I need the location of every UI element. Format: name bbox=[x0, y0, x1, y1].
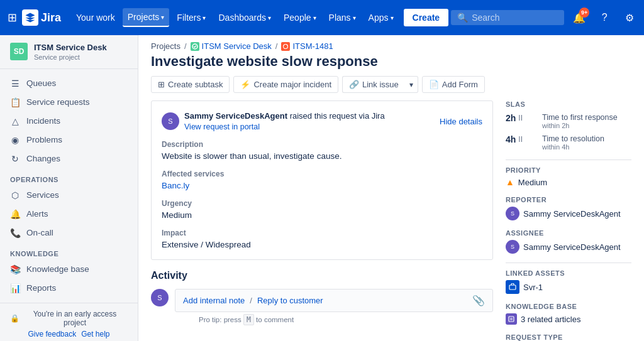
add-form-button[interactable]: 📄 Add Form bbox=[422, 76, 485, 93]
request-type-label: Request Type bbox=[506, 333, 631, 341]
grid-icon[interactable]: ⊞ bbox=[8, 11, 17, 24]
on-call-icon: 📞 bbox=[10, 228, 20, 238]
breadcrumb-itsm[interactable]: ITSM Service Desk bbox=[191, 41, 272, 51]
sidebar-label-reports: Reports bbox=[26, 283, 56, 293]
assignee-value[interactable]: S Sammy ServiceDeskAgent bbox=[506, 240, 631, 254]
assignee-label: Assignee bbox=[506, 229, 631, 237]
description-label: Description bbox=[162, 140, 482, 149]
nav-filters[interactable]: Filters ▾ bbox=[172, 9, 211, 26]
nav-dashboards[interactable]: Dashboards ▾ bbox=[213, 9, 276, 26]
reporter-value: S Sammy ServiceDeskAgent bbox=[506, 207, 631, 220]
hide-details-button[interactable]: Hide details bbox=[440, 117, 482, 126]
form-icon: 📄 bbox=[429, 80, 439, 89]
alerts-icon: 🔔 bbox=[10, 209, 20, 219]
sla-sub-first: within 2h bbox=[542, 122, 618, 129]
breadcrumb-issue[interactable]: ITSM-1481 bbox=[281, 41, 333, 51]
activity-title: Activity bbox=[151, 270, 493, 281]
current-user-avatar: S bbox=[151, 289, 169, 306]
sla-item-resolution: 4h II Time to resolution within 4h bbox=[506, 134, 631, 151]
search-icon: 🔍 bbox=[457, 13, 468, 23]
question-icon: ? bbox=[602, 12, 608, 23]
link-issue-button[interactable]: 🔗 Link issue bbox=[342, 76, 405, 93]
sla-item-first-response: 2h II Time to first response within 2h bbox=[506, 113, 631, 129]
search-input[interactable] bbox=[472, 13, 547, 23]
attach-icon[interactable]: 📎 bbox=[472, 295, 485, 306]
linked-assets-field: LINKED ASSETS Svr-1 bbox=[506, 269, 631, 294]
sla-label-resolution: Time to resolution bbox=[542, 134, 604, 143]
description-value: Website is slower than usual, investigat… bbox=[162, 151, 482, 161]
nav-apps[interactable]: Apps ▾ bbox=[364, 9, 399, 26]
priority-label: Priority bbox=[506, 166, 631, 174]
nav-plans[interactable]: Plans ▾ bbox=[324, 9, 361, 26]
sidebar-label-problems: Problems bbox=[26, 135, 62, 144]
search-box[interactable]: 🔍 bbox=[451, 10, 564, 25]
settings-button[interactable]: ⚙ bbox=[619, 8, 640, 28]
link-issue-dropdown[interactable]: ▾ bbox=[405, 76, 418, 93]
linked-assets-label: LINKED ASSETS bbox=[506, 269, 631, 277]
nav-people[interactable]: People ▾ bbox=[279, 9, 321, 26]
priority-value[interactable]: ▲ Medium bbox=[506, 177, 631, 187]
changes-icon: ↻ bbox=[10, 154, 20, 164]
sidebar-item-alerts[interactable]: 🔔 Alerts bbox=[0, 205, 138, 224]
notification-button[interactable]: 🔔 9+ bbox=[569, 8, 589, 28]
reporter-avatar: S bbox=[506, 207, 519, 220]
activity-input-area[interactable]: Add internal note / Reply to customer 📎 bbox=[175, 289, 493, 312]
nav-your-work[interactable]: Your work bbox=[71, 9, 120, 26]
svg-point-1 bbox=[284, 44, 288, 48]
sidebar-label-on-call: On-call bbox=[26, 228, 53, 237]
nav-projects[interactable]: Projects ▾ bbox=[123, 8, 170, 27]
sidebar-item-problems[interactable]: ◉ Problems bbox=[0, 131, 138, 149]
sidebar-item-queues[interactable]: ☰ Queues bbox=[0, 74, 138, 93]
sidebar-footer: 🔒 You're in an early access project Give… bbox=[0, 303, 138, 341]
sidebar-label-incidents: Incidents bbox=[26, 116, 60, 126]
sidebar-footer-text: 🔒 You're in an early access project bbox=[10, 310, 128, 327]
sidebar-item-services[interactable]: ⬡ Services bbox=[0, 186, 138, 205]
create-subtask-button[interactable]: ⊞ Create subtask bbox=[151, 76, 230, 93]
urgency-label: Urgency bbox=[162, 199, 482, 208]
knowledge-section-label: KNOWLEDGE bbox=[0, 242, 138, 260]
knowledge-base-field: Knowledge base 3 related articles bbox=[506, 303, 631, 325]
main-content: Projects / ITSM Service Desk / ITSM-1481… bbox=[138, 35, 644, 341]
sla-pause-first: II bbox=[518, 114, 523, 122]
breadcrumb-projects[interactable]: Projects bbox=[151, 41, 180, 51]
issue-title: Investigate website slow response bbox=[138, 53, 644, 76]
sla-label-first: Time to first response bbox=[542, 113, 618, 122]
reply-link[interactable]: Reply to customer bbox=[257, 296, 323, 305]
sidebar-item-reports[interactable]: 📊 Reports bbox=[0, 279, 138, 298]
create-button[interactable]: Create bbox=[404, 9, 449, 26]
give-feedback-link[interactable]: Give feedback bbox=[28, 330, 76, 338]
create-incident-button[interactable]: ⚡ Create major incident bbox=[233, 76, 338, 93]
incidents-icon: △ bbox=[10, 116, 20, 126]
project-icon: SD bbox=[10, 43, 28, 60]
view-portal-link[interactable]: View request in portal bbox=[184, 122, 385, 131]
impact-value: Extensive / Widespread bbox=[162, 240, 482, 249]
sla-time-resolution: 4h bbox=[506, 134, 516, 144]
pro-tip: Pro tip: press M to comment bbox=[175, 315, 493, 324]
urgency-section: Urgency Medium bbox=[162, 199, 482, 220]
sidebar-project[interactable]: SD ITSM Service Desk Service project bbox=[0, 35, 138, 69]
affected-services-value[interactable]: Banc.ly bbox=[162, 181, 482, 190]
service-requests-icon: 📋 bbox=[10, 97, 20, 107]
sidebar-item-on-call[interactable]: 📞 On-call bbox=[0, 224, 138, 242]
sidebar-item-service-requests[interactable]: 📋 Service requests bbox=[0, 93, 138, 112]
get-help-link[interactable]: Get help bbox=[81, 330, 109, 338]
knowledge-base-value[interactable]: 3 related articles bbox=[506, 313, 631, 325]
subtask-icon: ⊞ bbox=[158, 80, 165, 89]
help-button[interactable]: ? bbox=[594, 8, 614, 28]
jira-logo[interactable]: Jira bbox=[22, 9, 61, 26]
services-icon: ⬡ bbox=[10, 190, 20, 200]
link-icon: 🔗 bbox=[349, 80, 359, 89]
operations-section-label: OPERATIONS bbox=[0, 168, 138, 186]
urgency-value: Medium bbox=[162, 210, 482, 220]
sla-time-first: 2h bbox=[506, 113, 516, 123]
sidebar-item-changes[interactable]: ↻ Changes bbox=[0, 149, 138, 168]
request-card: S Sammy ServiceDeskAgent raised this req… bbox=[151, 100, 493, 260]
project-name: ITSM Service Desk bbox=[34, 43, 107, 53]
sidebar-label-changes: Changes bbox=[26, 154, 60, 163]
add-note-link[interactable]: Add internal note bbox=[183, 296, 245, 305]
knowledge-base-label: Knowledge base bbox=[506, 303, 631, 310]
sidebar-item-incidents[interactable]: △ Incidents bbox=[0, 112, 138, 131]
breadcrumb: Projects / ITSM Service Desk / ITSM-1481 bbox=[138, 35, 644, 53]
linked-asset-value[interactable]: Svr-1 bbox=[506, 280, 631, 294]
sidebar-item-knowledge-base[interactable]: 📚 Knowledge base bbox=[0, 260, 138, 279]
